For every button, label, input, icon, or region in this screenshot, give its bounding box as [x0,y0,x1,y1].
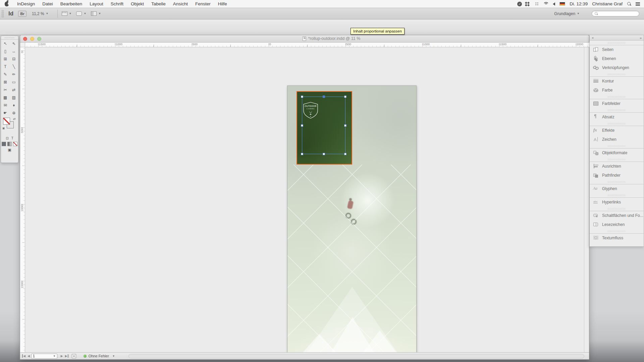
handle-top-left[interactable] [301,96,303,98]
panel-tab[interactable]: Farbfelder [590,99,644,108]
panel-tab[interactable]: Ausrichten [590,162,644,171]
german-flag-icon[interactable] [559,2,565,6]
view-options-combo[interactable]: ▼ [62,11,72,16]
pencil-tool[interactable]: ✏ [10,70,18,78]
fill-proxy-swatch[interactable] [3,118,10,125]
panel-tab[interactable]: Hyperlinks [590,197,644,206]
panel-tab[interactable]: Farbe [590,85,644,95]
handle-bottom-left[interactable] [301,153,303,155]
preflight-status-text[interactable]: Ohne Fehler [89,354,109,358]
previous-page-button[interactable]: ◀ [28,354,30,358]
vertical-scrollbar[interactable] [584,47,589,353]
handle-bottom-right[interactable] [344,153,346,155]
hand-tool[interactable]: ☛ [1,109,10,117]
eyedropper-tool[interactable]: ♦ [10,101,18,109]
note-tool[interactable]: ✉ [1,101,10,109]
panel-tab[interactable]: Zeichen [590,135,644,144]
zoom-window-button[interactable] [37,37,41,41]
expand-panels-icon[interactable]: » [640,36,642,40]
last-page-button[interactable]: ▶ [65,354,68,358]
menubar-item[interactable]: Ansicht [169,1,192,6]
rectangle-frame-tool[interactable]: ⊠ [1,78,10,86]
panel-tab[interactable]: Effekte [590,126,644,135]
preflight-icon[interactable] [72,354,76,358]
handle-top-center[interactable] [323,96,325,98]
panel-tab[interactable]: Textumfluss [590,233,644,242]
panel-tab[interactable]: Objektformate [590,148,644,157]
panel-tab[interactable]: Schaltflächen und Fo... [590,211,644,220]
content-selection-box[interactable] [302,97,345,154]
screen-mode-combo[interactable]: ▼ [76,11,86,16]
panel-tab[interactable]: Ebenen [590,54,644,63]
content-placer-tool[interactable]: ⊟ [10,55,18,63]
panel-tab[interactable]: Verknüpfungen [590,63,644,72]
free-transform-tool[interactable]: ⇄ [10,86,18,94]
menubar-item[interactable]: Schrift [107,1,127,6]
gradient-feather-tool[interactable]: ▨ [10,94,18,101]
chevron-down-icon[interactable]: ▼ [112,355,115,358]
search-input[interactable] [592,11,639,16]
menubar-item[interactable]: Tabelle [148,1,169,6]
panel-tab[interactable]: Seiten [590,45,644,54]
zoom-level-combo[interactable]: 11,2 % ▼ [32,11,48,16]
selection-tool[interactable]: ↖ [1,40,10,47]
menubar-item[interactable]: Bearbeiten [57,1,86,6]
page-number-select[interactable]: 1 ▼ [31,354,57,359]
appbar-grip[interactable] [2,10,4,17]
wifi-icon[interactable] [543,2,548,6]
horizontal-scrollbar[interactable] [128,354,584,358]
apply-gradient-button[interactable] [7,142,12,146]
gap-tool[interactable]: ↔ [10,47,18,55]
rectangle-tool[interactable]: ▭ [10,78,18,86]
formatting-affects-text-button[interactable]: T [11,136,13,140]
spotlight-icon[interactable] [627,2,631,6]
panel-tab[interactable]: Kontur [590,76,644,85]
default-fill-stroke-icon[interactable]: ▣ [2,127,5,130]
menubar-item[interactable]: Objekt [127,1,148,6]
bridge-button[interactable]: Br [18,11,26,17]
menubar-item[interactable]: Fenster [192,1,214,6]
handle-middle-right[interactable] [344,124,346,127]
arrange-documents-combo[interactable]: ▼ [91,11,101,16]
apply-none-button[interactable] [13,142,17,146]
apple-menu-icon[interactable] [5,2,9,6]
formatting-affects-container-button[interactable]: ⊡ [6,136,8,140]
keyboard-status-icon[interactable] [535,2,539,6]
menubar-item[interactable]: Datei [39,1,57,6]
workspace-switcher[interactable]: Grundlagen ▼ [554,11,580,16]
first-page-button[interactable]: ◀ [22,354,25,358]
next-page-button[interactable]: ▶ [61,354,63,358]
tools-panel-grip[interactable] [1,36,18,40]
swap-fill-stroke-icon[interactable]: ⇄ [13,117,16,121]
menubar-item[interactable]: Hilfe [214,1,231,6]
shield-check-icon[interactable]: ✓ [517,2,522,6]
screen-mode-button[interactable]: ▣ [8,148,11,152]
dropbox-icon[interactable] [527,2,530,4]
horizontal-ruler[interactable]: 1500 1000 500 0 500 1000 1500 2000 [25,43,590,47]
type-tool[interactable]: T [1,63,10,70]
page-tool[interactable]: ▯ [1,47,10,55]
panel-tab[interactable]: Pathfinder [590,171,644,180]
notification-center-icon[interactable] [636,2,640,3]
ruler-corner[interactable] [20,43,25,47]
vertical-ruler[interactable]: 0 500 1000 1500 2000 [20,47,25,353]
gradient-swatch-tool[interactable]: ▩ [1,94,10,101]
pen-tool[interactable]: ✎ [1,70,10,78]
close-window-button[interactable] [23,37,27,41]
apply-color-button[interactable] [2,142,6,146]
panel-tab[interactable]: Lesezeichen [590,220,644,229]
menubar-item[interactable]: Layout [86,1,107,6]
panel-tab[interactable]: Glyphen [590,184,644,193]
minimize-window-button[interactable] [30,37,34,41]
handle-bottom-center[interactable] [323,153,325,155]
scissors-tool[interactable]: ✂ [1,86,10,94]
handle-middle-left[interactable] [301,124,303,127]
handle-top-right[interactable] [344,96,346,98]
zoom-tool[interactable]: ⊕ [10,109,18,117]
content-collector-tool[interactable]: ⊞ [1,55,10,63]
volume-icon[interactable] [553,2,555,6]
close-dock-icon[interactable]: × [592,36,594,40]
page[interactable]: OUTDOOR LOVERS [287,85,417,353]
pasteboard[interactable]: OUTDOOR LOVERS [25,47,585,353]
direct-selection-tool[interactable]: ⇖ [10,40,18,47]
